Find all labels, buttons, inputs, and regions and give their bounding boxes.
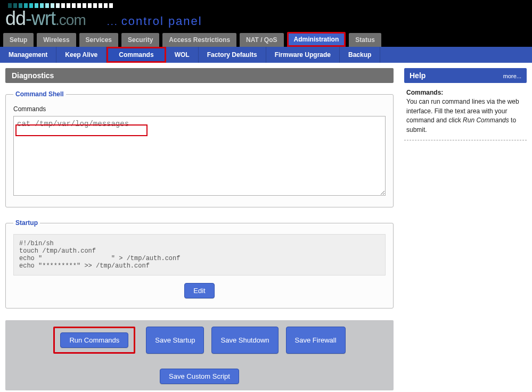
dots-icon: ... bbox=[107, 16, 118, 27]
header-subtitle: ...control panel bbox=[107, 14, 202, 28]
startup-script-display: #!/bin/sh touch /tmp/auth.conf echo " " … bbox=[13, 234, 386, 276]
top-nav: SetupWirelessServicesSecurityAccess Rest… bbox=[0, 32, 532, 47]
tab-status[interactable]: Status bbox=[349, 33, 381, 47]
help-heading: Commands: bbox=[406, 89, 443, 96]
subtab-commands[interactable]: Commands bbox=[107, 47, 166, 63]
run-commands-button[interactable]: Run Commands bbox=[60, 332, 128, 348]
logo-com: .com bbox=[55, 12, 86, 28]
commands-textarea[interactable] bbox=[13, 116, 386, 196]
tab-wireless[interactable]: Wireless bbox=[37, 33, 76, 47]
app-header: dd-wrt.com ...control panel bbox=[0, 0, 532, 32]
section-title: Diagnostics bbox=[5, 68, 394, 83]
subtab-wol[interactable]: WOL bbox=[166, 47, 199, 63]
help-text-em: Run Commands bbox=[463, 116, 509, 124]
tab-administration[interactable]: Administration bbox=[287, 32, 346, 47]
sub-nav: ManagementKeep AliveCommandsWOLFactory D… bbox=[0, 47, 532, 63]
help-separator bbox=[404, 140, 527, 140]
startup-legend: Startup bbox=[13, 219, 40, 227]
startup-fieldset: Startup #!/bin/sh touch /tmp/auth.conf e… bbox=[5, 219, 394, 308]
save-custom-script-button[interactable]: Save Custom Script bbox=[160, 369, 239, 384]
subtab-management[interactable]: Management bbox=[0, 47, 56, 63]
help-more-link[interactable]: more... bbox=[503, 73, 521, 79]
save-firewall-button[interactable]: Save Firewall bbox=[286, 327, 346, 354]
help-title: Help bbox=[410, 71, 425, 80]
save-startup-button[interactable]: Save Startup bbox=[146, 327, 204, 354]
subtab-factory-defaults[interactable]: Factory Defaults bbox=[199, 47, 266, 63]
help-body: Commands: You can run command lines via … bbox=[404, 88, 527, 135]
control-panel-label: control panel bbox=[121, 14, 202, 28]
subtab-firmware-upgrade[interactable]: Firmware Upgrade bbox=[266, 47, 340, 63]
command-shell-fieldset: Command Shell Commands bbox=[5, 90, 394, 207]
save-shutdown-button[interactable]: Save Shutdown bbox=[211, 327, 278, 354]
logo-wrt: -wrt bbox=[26, 7, 55, 29]
tab-access-restrictions[interactable]: Access Restrictions bbox=[162, 33, 236, 47]
subtab-keep-alive[interactable]: Keep Alive bbox=[56, 47, 107, 63]
edit-button[interactable]: Edit bbox=[184, 283, 214, 298]
tab-security[interactable]: Security bbox=[121, 33, 159, 47]
subtab-backup[interactable]: Backup bbox=[340, 47, 380, 63]
commands-label: Commands bbox=[13, 105, 386, 113]
logo-dd: dd bbox=[5, 7, 26, 29]
tab-services[interactable]: Services bbox=[79, 33, 118, 47]
logo: dd-wrt.com bbox=[5, 7, 86, 30]
tab-setup[interactable]: Setup bbox=[3, 33, 34, 47]
command-shell-legend: Command Shell bbox=[13, 90, 66, 98]
help-header: Help more... bbox=[404, 68, 527, 83]
tab-nat-qos[interactable]: NAT / QoS bbox=[240, 33, 283, 47]
run-highlight-box: Run Commands bbox=[53, 327, 135, 354]
action-bar: Run Commands Save Startup Save Shutdown … bbox=[5, 320, 394, 390]
